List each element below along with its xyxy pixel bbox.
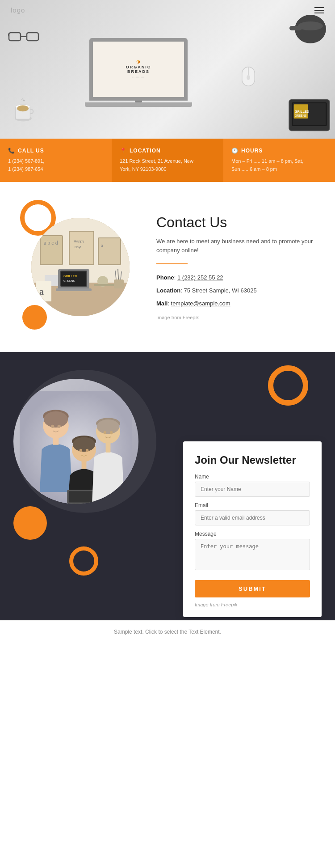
tablet-icon: GRILLED GREENS (288, 98, 331, 132)
newsletter-image-credit: Image from Freepik (195, 602, 310, 607)
location-text: 121 Rock Street, 21 Avenue, New York, NY… (120, 157, 215, 173)
glasses-icon (8, 29, 39, 45)
location-icon: 📍 (120, 148, 127, 154)
newsletter-orange-circle-solid (13, 506, 47, 540)
svg-text:GRILLED: GRILLED (63, 275, 77, 278)
call-title: 📞 CALL US (8, 148, 104, 154)
svg-rect-0 (9, 33, 21, 41)
message-textarea[interactable] (195, 539, 310, 570)
info-bar-location: 📍 LOCATION 121 Rock Street, 21 Avenue, N… (112, 139, 223, 182)
mouse-icon (240, 65, 257, 88)
svg-rect-37 (56, 288, 92, 291)
desk-illustration: a b c d Happy Day! a GRILLED (31, 218, 130, 316)
svg-point-56 (80, 449, 82, 452)
message-label: Message (195, 531, 310, 537)
newsletter-orange-ring-top (268, 365, 308, 406)
newsletter-title: Join Our Newsletter (195, 454, 310, 466)
svg-rect-66 (106, 442, 111, 453)
newsletter-section: Join Our Newsletter Name Email Message S… (0, 352, 335, 620)
svg-point-49 (44, 411, 68, 428)
info-bars: 📞 CALL US 1 (234) 567-891, 1 (234) 987-6… (0, 139, 335, 182)
contact-phone: Phone: 1 (232) 252 55 22 (156, 273, 317, 283)
email-field-group: Email (195, 502, 310, 525)
logo: logo (11, 6, 25, 14)
newsletter-card: Join Our Newsletter Name Email Message S… (183, 441, 322, 617)
svg-text:a: a (101, 243, 103, 248)
contact-mail: Mail: template@sample.com (156, 299, 317, 309)
svg-point-51 (58, 425, 61, 428)
info-bar-call: 📞 CALL US 1 (234) 567-891, 1 (234) 987-6… (0, 139, 112, 182)
svg-rect-26 (69, 231, 94, 265)
svg-point-64 (104, 431, 106, 434)
office-photo: a b c d Happy Day! a GRILLED (31, 218, 130, 316)
svg-rect-58 (82, 460, 87, 469)
contact-image-area: a b c d Happy Day! a GRILLED (18, 209, 143, 325)
laptop-mockup: 🍞 ORGANIC BREADS ▪▪▪▪▪▪▪▪▪▪ (80, 38, 197, 116)
contact-description: We are here to meet any business need an… (156, 237, 317, 256)
contact-info: Contact Us We are here to meet any busin… (156, 214, 317, 320)
submit-button[interactable]: SUBMIT (195, 580, 310, 597)
svg-text:GREENS: GREENS (295, 114, 307, 117)
svg-point-55 (73, 437, 95, 452)
svg-point-65 (110, 431, 113, 434)
svg-rect-52 (53, 437, 59, 445)
svg-point-57 (86, 449, 88, 452)
svg-rect-36 (61, 271, 86, 286)
svg-line-42 (118, 269, 118, 279)
hero-section: 🍞 ORGANIC BREADS ▪▪▪▪▪▪▪▪▪▪ (0, 0, 335, 139)
svg-point-11 (247, 75, 250, 80)
footer: Sample text. Click to select the Text El… (0, 620, 335, 643)
message-field-group: Message (195, 531, 310, 572)
header: logo (0, 0, 335, 20)
contact-image-credit: Image from Freepik (156, 315, 317, 320)
contact-section: a b c d Happy Day! a GRILLED (0, 182, 335, 352)
hours-text: Mon – Fri ..... 11 am – 8 pm, Sat, Sun .… (231, 157, 327, 173)
svg-point-63 (97, 419, 119, 434)
svg-rect-40 (114, 279, 124, 288)
phone-icon: 📞 (8, 148, 15, 154)
contact-title: Contact Us (156, 214, 317, 231)
name-input[interactable] (195, 482, 310, 497)
hamburger-menu[interactable] (314, 7, 324, 13)
call-text: 1 (234) 567-891, 1 (234) 987-654 (8, 157, 104, 173)
svg-rect-60 (69, 491, 94, 502)
svg-text:Happy: Happy (74, 239, 84, 243)
svg-rect-1 (27, 33, 38, 41)
email-label: Email (195, 502, 310, 508)
svg-text:a: a (39, 287, 44, 296)
info-bar-hours: 🕐 HOURS Mon – Fri ..... 11 am – 8 pm, Sa… (223, 139, 335, 182)
coffee-cup-icon (10, 96, 37, 123)
newsletter-orange-ring-bottom (69, 546, 98, 576)
location-title: 📍 LOCATION (120, 148, 215, 154)
svg-text:a b c d: a b c d (44, 240, 58, 246)
svg-point-14 (298, 21, 323, 30)
svg-rect-29 (98, 238, 121, 265)
svg-text:GREENS: GREENS (63, 279, 75, 282)
svg-point-8 (17, 106, 29, 112)
footer-text: Sample text. Click to select the Text El… (11, 629, 324, 635)
contact-divider (156, 263, 188, 264)
svg-text:GRILLED: GRILLED (295, 110, 310, 114)
newsletter-photo (13, 379, 138, 504)
hero-background: 🍞 ORGANIC BREADS ▪▪▪▪▪▪▪▪▪▪ (0, 0, 335, 139)
name-label: Name (195, 474, 310, 480)
svg-point-50 (51, 425, 54, 428)
contact-location: Location: 75 Street Sample, WI 63025 (156, 286, 317, 296)
name-field-group: Name (195, 474, 310, 497)
hours-title: 🕐 HOURS (231, 148, 327, 154)
svg-text:Day!: Day! (75, 246, 81, 249)
email-input[interactable] (195, 510, 310, 525)
clock-icon: 🕐 (231, 148, 239, 154)
